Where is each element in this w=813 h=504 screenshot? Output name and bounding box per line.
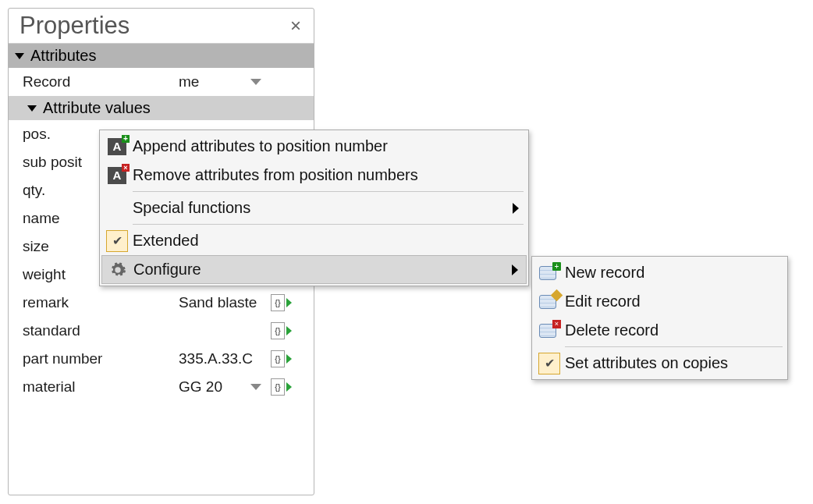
menu-label: Append attributes to position number: [133, 137, 527, 155]
submenu-arrow-icon: [512, 264, 518, 275]
gear-icon: [102, 261, 133, 279]
record-select[interactable]: me: [179, 73, 266, 91]
play-icon[interactable]: [286, 298, 292, 307]
menu-label: Edit record: [565, 293, 786, 311]
attr-label: standard: [23, 322, 179, 339]
menu-label: Set attributes on copies: [565, 354, 786, 372]
attr-row: standard {}: [9, 317, 314, 345]
play-icon[interactable]: [286, 354, 292, 364]
append-attribute-icon: A+: [101, 138, 133, 155]
braces-button[interactable]: {}: [271, 322, 285, 339]
record-label: Record: [23, 73, 179, 91]
record-value: me: [179, 73, 199, 91]
close-icon[interactable]: ×: [287, 15, 304, 37]
edit-record-icon: [534, 293, 565, 311]
attr-value[interactable]: Sand blaste: [179, 294, 266, 311]
check-icon: ✔: [534, 351, 565, 376]
menu-item-special[interactable]: Special functions: [101, 193, 527, 222]
attr-value-select[interactable]: GG 20: [179, 378, 266, 396]
menu-item-set-attributes-on-copies[interactable]: ✔ Set attributes on copies: [534, 349, 786, 378]
menu-item-extended[interactable]: ✔ Extended: [101, 226, 527, 255]
menu-separator: [133, 224, 524, 225]
new-record-icon: +: [534, 264, 565, 282]
menu-item-append[interactable]: A+ Append attributes to position number: [101, 132, 527, 161]
chevron-down-icon: [15, 53, 24, 59]
chevron-down-icon: [27, 105, 37, 112]
braces-button[interactable]: {}: [271, 378, 285, 396]
record-row: Record me: [9, 68, 314, 96]
panel-header: Properties ×: [9, 9, 314, 44]
menu-separator: [133, 191, 524, 192]
context-menu: A+ Append attributes to position number …: [99, 130, 529, 286]
attr-value[interactable]: 335.A.33.C: [179, 350, 266, 367]
dropdown-icon: [250, 79, 261, 85]
menu-label: Extended: [133, 232, 527, 250]
menu-item-new-record[interactable]: + New record: [534, 258, 786, 287]
attr-row: remark Sand blaste {}: [9, 289, 314, 317]
attr-label: remark: [23, 294, 179, 311]
attr-row: material GG 20 {}: [9, 373, 314, 401]
section-attributes[interactable]: Attributes: [9, 44, 314, 68]
menu-label: Special functions: [133, 199, 513, 217]
menu-label: Delete record: [565, 321, 786, 339]
attr-label: material: [23, 378, 179, 396]
dropdown-icon: [250, 384, 261, 390]
braces-button[interactable]: {}: [271, 294, 285, 311]
attr-label: part number: [23, 350, 179, 367]
menu-item-remove[interactable]: A× Remove attributes from position numbe…: [101, 161, 527, 190]
check-icon: ✔: [101, 229, 133, 254]
section-attributes-label: Attributes: [30, 47, 96, 65]
panel-title: Properties: [20, 12, 130, 40]
section-attribute-values[interactable]: Attribute values: [9, 96, 314, 120]
menu-separator: [565, 346, 783, 347]
play-icon[interactable]: [286, 382, 292, 392]
menu-label: New record: [565, 264, 786, 282]
menu-item-configure[interactable]: Configure: [101, 255, 527, 284]
section-attribute-values-label: Attribute values: [43, 99, 151, 117]
context-submenu-configure: + New record Edit record × Delete record…: [531, 256, 788, 380]
menu-item-delete-record[interactable]: × Delete record: [534, 316, 786, 345]
attr-value: GG 20: [179, 378, 222, 396]
braces-button[interactable]: {}: [271, 350, 285, 367]
menu-label: Remove attributes from position numbers: [133, 166, 527, 184]
delete-record-icon: ×: [534, 321, 565, 340]
submenu-arrow-icon: [513, 203, 519, 214]
menu-label: Configure: [133, 261, 512, 279]
menu-item-edit-record[interactable]: Edit record: [534, 287, 786, 316]
play-icon[interactable]: [286, 326, 292, 335]
attr-row: part number 335.A.33.C {}: [9, 345, 314, 373]
remove-attribute-icon: A×: [101, 167, 133, 184]
